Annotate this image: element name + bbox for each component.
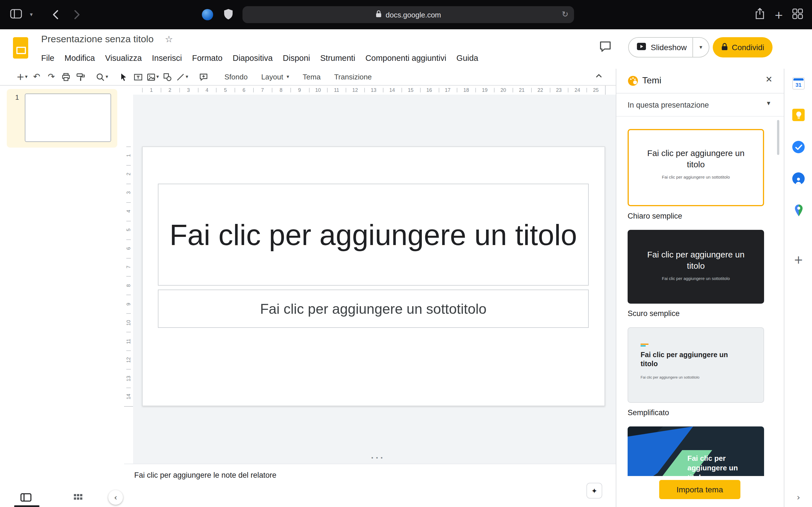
undo-icon[interactable]: ↶ (29, 70, 44, 83)
menu-item-disponi[interactable]: Disponi (278, 54, 315, 62)
notes-placeholder[interactable]: Fai clic per aggiungere le note del rela… (134, 471, 276, 480)
horizontal-ruler: 1234567891011121314151617181920212223242… (124, 86, 616, 95)
collapse-menus-icon[interactable] (594, 71, 603, 82)
editor-canvas[interactable]: 1234567891011121314151617181920212223242… (124, 86, 616, 464)
subtitle-placeholder[interactable]: Fai clic per aggiungere un sottotitolo (158, 290, 589, 328)
menu-item-strumenti[interactable]: Strumenti (315, 54, 360, 62)
collapse-rail-icon[interactable]: › (792, 491, 805, 504)
paint-format-icon[interactable] (73, 70, 88, 83)
ruler-mark: 12 (346, 86, 364, 95)
background-button[interactable]: Sfondo (218, 73, 254, 81)
slide-thumbnail[interactable] (25, 94, 111, 142)
theme-button[interactable]: Tema (296, 73, 327, 81)
theme-card-scuro-semplice[interactable]: Fai clic per aggiungere un titolo Fai cl… (627, 230, 764, 304)
back-button[interactable] (49, 8, 62, 21)
forward-button[interactable] (70, 8, 84, 21)
sidebar-chevron-icon[interactable]: ▾ (30, 12, 33, 17)
grid-view-icon[interactable] (73, 493, 83, 505)
workspace-side-rail: 31 + › (784, 69, 812, 507)
gemini-notes-button[interactable]: ✦ (587, 483, 602, 499)
theme-title-preview: Fai clic per aggiungere un titolo (688, 453, 744, 476)
zoom-icon[interactable]: ▾ (95, 70, 109, 83)
sidebar-toggle-icon[interactable] (10, 9, 22, 20)
menu-item-diapositiva[interactable]: Diapositiva (227, 54, 278, 62)
shield-extension-icon[interactable] (223, 8, 234, 22)
docs-header: Presentazione senza titolo ☆ FileModific… (0, 29, 812, 69)
theme-card-semplificato[interactable]: Fai clic per aggiungere un titolo Fai cl… (627, 327, 764, 403)
layout-button[interactable]: Layout▾ (254, 73, 296, 81)
menu-item-inserisci[interactable]: Inserisci (147, 54, 187, 62)
palette-icon (627, 75, 639, 89)
edit-toolbar: +▾ ↶ ↷ ▾ ▾ ▾ (0, 69, 616, 86)
calendar-icon[interactable]: 31 (792, 76, 805, 90)
menu-item-modifica[interactable]: Modifica (59, 54, 100, 62)
slideshow-button[interactable]: Slideshow ▾ (628, 37, 709, 57)
text-box-icon[interactable] (131, 70, 146, 83)
transition-button[interactable]: Transizione (327, 73, 378, 81)
collapse-filmstrip-button[interactable]: ‹ (108, 490, 123, 505)
ruler-mark: 19 (475, 86, 494, 95)
keep-icon[interactable] (792, 108, 805, 122)
vertical-ruler: 1234567891011121314 (124, 86, 133, 464)
ruler-mark: 18 (457, 86, 476, 95)
filmstrip-slide-1[interactable]: 1 (7, 89, 117, 148)
new-slide-button[interactable]: +▾ (15, 70, 29, 83)
print-icon[interactable] (59, 70, 73, 83)
share-button[interactable]: Condividi (713, 37, 772, 57)
ruler-mark: 13 (124, 369, 133, 388)
document-title[interactable]: Presentazione senza titolo (41, 34, 154, 45)
h-ruler-numbers: 1234567891011121314151617181920212223242… (142, 86, 606, 95)
theme-card-chiaro-semplice[interactable]: Fai clic per aggiungere un titolo Fai cl… (627, 129, 764, 206)
close-icon[interactable]: ✕ (765, 75, 772, 84)
address-bar[interactable]: docs.google.com ↻ (243, 6, 574, 23)
ruler-mark: 2 (124, 165, 133, 184)
themes-panel: Temi ✕ In questa presentazione ▾ Fai cli… (616, 69, 784, 507)
application-window: ▾ docs.google.com ↻ + (0, 0, 812, 507)
ruler-mark: 9 (124, 295, 133, 314)
ruler-mark: 20 (494, 86, 513, 95)
menu-item-formato[interactable]: Formato (187, 54, 227, 62)
extension-icon[interactable] (202, 9, 213, 20)
share-page-icon[interactable] (755, 7, 765, 22)
title-placeholder[interactable]: Fai clic per aggiungere un titolo (158, 184, 589, 286)
redo-icon[interactable]: ↷ (44, 70, 59, 83)
add-addon-icon[interactable]: + (792, 253, 805, 267)
insert-image-icon[interactable]: ▾ (146, 70, 160, 83)
theme-name-label: Chiaro semplice (627, 212, 784, 221)
slides-logo[interactable] (13, 37, 28, 59)
menu-item-file[interactable]: File (36, 54, 59, 62)
line-dropdown-icon: ▾ (186, 74, 188, 79)
reload-icon[interactable]: ↻ (562, 10, 568, 18)
menu-item-guida[interactable]: Guida (451, 54, 483, 62)
ruler-mark: 3 (124, 184, 133, 202)
new-tab-icon[interactable]: + (774, 9, 783, 20)
select-tool-icon[interactable] (116, 70, 131, 83)
theme-card-geometric[interactable]: Fai clic per aggiungere un titolo (627, 427, 764, 476)
tab-overview-icon[interactable] (792, 8, 803, 21)
insert-comment-icon[interactable] (196, 70, 211, 83)
insert-line-icon[interactable]: ▾ (175, 70, 190, 83)
menu-item-componenti-aggiuntivi[interactable]: Componenti aggiuntivi (360, 54, 451, 62)
speaker-notes[interactable]: Fai clic per aggiungere le note del rela… (124, 464, 616, 507)
menu-bar: FileModificaVisualizzaInserisciFormatoDi… (36, 51, 483, 65)
theme-subtitle-preview: Fai clic per aggiungere un sottotitolo (662, 276, 730, 281)
menu-item-visualizza[interactable]: Visualizza (100, 54, 147, 62)
star-icon[interactable]: ☆ (165, 35, 173, 44)
chevron-down-icon[interactable]: ▾ (767, 100, 770, 107)
current-slide[interactable]: Fai clic per aggiungere un titolo Fai cl… (142, 147, 605, 406)
ruler-mark: 1 (124, 147, 133, 165)
import-theme-button[interactable]: Importa tema (659, 480, 741, 499)
ruler-mark: 3 (179, 86, 198, 95)
insert-shape-icon[interactable] (160, 70, 175, 83)
panel-scrollbar[interactable] (777, 120, 779, 155)
filmstrip-view-icon[interactable] (20, 492, 32, 505)
themes-list: Fai clic per aggiungere un titolo Fai cl… (616, 117, 784, 476)
ruler-mark: 23 (550, 86, 568, 95)
slideshow-dropdown-icon[interactable]: ▾ (693, 45, 709, 50)
maps-icon[interactable] (792, 203, 805, 217)
notes-resize-handle[interactable]: ••• (361, 456, 395, 461)
contacts-icon[interactable] (792, 172, 805, 185)
comments-icon[interactable] (599, 41, 612, 55)
tasks-icon[interactable] (792, 140, 805, 154)
in-this-presentation-row[interactable]: In questa presentazione ▾ (616, 94, 784, 117)
